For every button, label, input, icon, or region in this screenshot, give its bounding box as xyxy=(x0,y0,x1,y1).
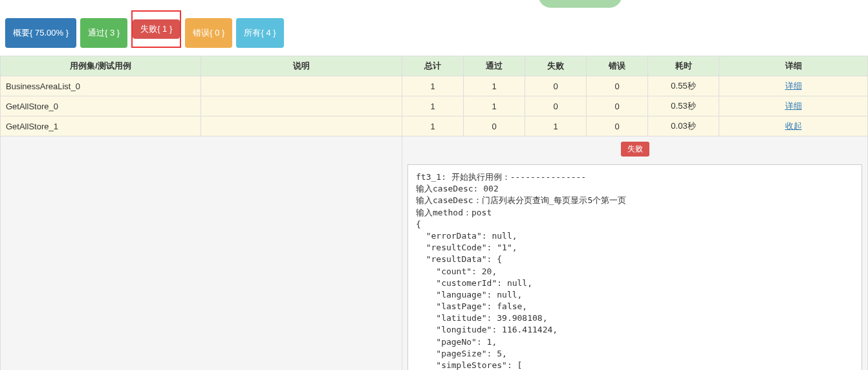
cell-detail: 详细 xyxy=(719,76,868,96)
table-row: BusinessAreaList_0 1 1 0 0 0.55秒 详细 xyxy=(1,76,868,96)
cell-pass: 0 xyxy=(464,116,525,136)
cell-desc xyxy=(201,76,402,96)
cell-total: 1 xyxy=(402,96,464,116)
th-error: 错误 xyxy=(587,56,648,76)
cell-fail: 0 xyxy=(525,76,587,96)
cell-time: 0.53秒 xyxy=(648,96,719,116)
cell-name: GetAllStore_0 xyxy=(1,96,201,116)
results-table: 用例集/测试用例 说明 总计 通过 失败 错误 耗时 详细 BusinessAr… xyxy=(0,56,868,370)
table-row: GetAllStore_1 1 0 1 0 0.03秒 收起 xyxy=(1,116,868,136)
fail-highlight: 失败{ 1 } xyxy=(131,10,181,48)
detail-empty xyxy=(1,136,402,371)
detail-cell: 失败 ft3_1: 开始执行用例：--------------- 输入caseD… xyxy=(402,136,868,371)
th-desc: 说明 xyxy=(201,56,402,76)
cell-desc xyxy=(201,116,402,136)
table-header-row: 用例集/测试用例 说明 总计 通过 失败 错误 耗时 详细 xyxy=(1,56,868,76)
detail-row: 失败 ft3_1: 开始执行用例：--------------- 输入caseD… xyxy=(1,136,868,371)
cell-name: GetAllStore_1 xyxy=(1,116,201,136)
cell-error: 0 xyxy=(587,76,648,96)
cell-total: 1 xyxy=(402,116,464,136)
th-detail: 详细 xyxy=(719,56,868,76)
cell-fail: 1 xyxy=(525,116,587,136)
summary-button[interactable]: 概要{ 75.00% } xyxy=(5,18,76,48)
cell-time: 0.55秒 xyxy=(648,76,719,96)
cell-error: 0 xyxy=(587,116,648,136)
error-button[interactable]: 错误{ 0 } xyxy=(185,18,232,48)
cell-total: 1 xyxy=(402,76,464,96)
th-fail: 失败 xyxy=(525,56,587,76)
collapse-link[interactable]: 收起 xyxy=(785,121,802,131)
cell-error: 0 xyxy=(587,96,648,116)
cell-pass: 1 xyxy=(464,96,525,116)
all-button[interactable]: 所有{ 4 } xyxy=(236,18,283,48)
cell-name: BusinessAreaList_0 xyxy=(1,76,201,96)
filter-bar: 概要{ 75.00% } 通过{ 3 } 失败{ 1 } 错误{ 0 } 所有{… xyxy=(0,0,868,56)
fail-badge-wrap: 失败 xyxy=(402,136,867,162)
fail-button[interactable]: 失败{ 1 } xyxy=(133,19,180,39)
fail-badge: 失败 xyxy=(621,142,649,157)
cell-time: 0.03秒 xyxy=(648,116,719,136)
detail-output: ft3_1: 开始执行用例：--------------- 输入caseDesc… xyxy=(407,164,862,370)
detail-link[interactable]: 详细 xyxy=(785,101,802,111)
decor-blob xyxy=(538,0,622,8)
th-pass: 通过 xyxy=(464,56,525,76)
th-total: 总计 xyxy=(402,56,464,76)
cell-detail: 详细 xyxy=(719,96,868,116)
th-time: 耗时 xyxy=(648,56,719,76)
detail-link[interactable]: 详细 xyxy=(785,81,802,91)
cell-desc xyxy=(201,96,402,116)
cell-detail: 收起 xyxy=(719,116,868,136)
th-case: 用例集/测试用例 xyxy=(1,56,201,76)
pass-button[interactable]: 通过{ 3 } xyxy=(80,18,127,48)
cell-pass: 1 xyxy=(464,76,525,96)
cell-fail: 0 xyxy=(525,96,587,116)
table-row: GetAllStore_0 1 1 0 0 0.53秒 详细 xyxy=(1,96,868,116)
